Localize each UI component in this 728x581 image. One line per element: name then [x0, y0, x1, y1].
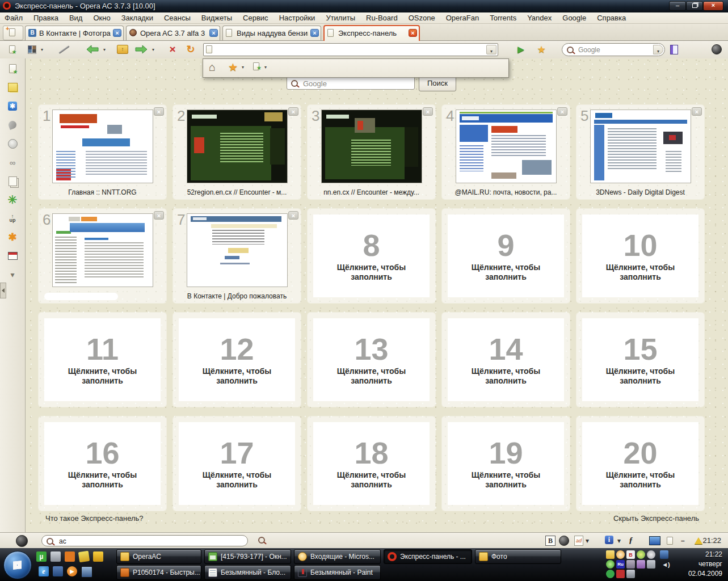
tab-operaac-forum[interactable]: Opera AC 3.7 alfa 3 :: N... × — [126, 26, 220, 40]
dial-search-input[interactable] — [302, 78, 412, 89]
menu-item-settings[interactable]: Настройки — [279, 14, 315, 22]
speed-dial-cell-2[interactable]: 2 × 52region.en.cx // Encounter - м... — [173, 105, 301, 199]
cell-close-icon[interactable]: × — [557, 107, 567, 116]
privacy-globe-button[interactable] — [710, 43, 723, 56]
taskbar-button-inbox[interactable]: Входящие - Micros... — [294, 549, 381, 564]
cell-close-icon[interactable]: × — [154, 107, 164, 116]
sidebar-widgets-icon[interactable]: ✱ — [7, 100, 18, 112]
taskbar-button-notepad[interactable]: Безымянный - Бло... — [204, 565, 291, 580]
zoom-out-button[interactable]: – — [681, 536, 685, 545]
speed-dial-cell-20[interactable]: 20 Щёлкните, чтобы заполнить — [576, 416, 704, 511]
go-button[interactable]: ▶ — [514, 43, 528, 56]
tray-app-icon[interactable] — [637, 560, 645, 569]
tray-network-icon[interactable] — [660, 550, 668, 559]
chevron-down-icon[interactable]: ▾ — [242, 65, 244, 70]
menu-item-ruboard[interactable]: Ru-Board — [366, 14, 398, 22]
tray-clock-icon[interactable] — [647, 550, 655, 559]
tray-utility-icon[interactable] — [626, 560, 635, 569]
speed-dial-cell-8[interactable]: 8 Щёлкните, чтобы заполнить — [308, 209, 435, 303]
opera-status-icon[interactable] — [16, 535, 28, 547]
sidebar-more-icon[interactable]: ▾ — [7, 269, 18, 280]
window-grid-button[interactable] — [26, 43, 37, 56]
tray-device-icon[interactable] — [647, 560, 655, 569]
address-bar[interactable]: ▾ — [203, 43, 498, 56]
tab-speed-dial[interactable]: Экспресс-панель × — [323, 25, 420, 43]
what-is-speed-dial-link[interactable]: Что такое Экспресс-панель? — [45, 514, 144, 523]
ql-media-player-icon[interactable]: ▶ — [67, 566, 77, 576]
taskbar-button-speed-dial[interactable]: Экспресс-панель - ... — [384, 549, 472, 564]
tray-phone-icon[interactable] — [606, 570, 615, 578]
speed-dial-cell-18[interactable]: 18 Щёлкните, чтобы заполнить — [308, 416, 435, 511]
ql-utorrent-icon[interactable]: µ — [36, 551, 47, 562]
taskbar-button-paint[interactable]: Безымянный - Paint — [294, 565, 381, 580]
panel-collapse-handle[interactable] — [0, 283, 6, 298]
tab-vk-photos[interactable]: B В Контакте | Фотографии × — [25, 26, 124, 40]
speed-dial-cell-11[interactable]: 11 Щёлкните, чтобы заполнить — [39, 313, 166, 407]
menu-item-widgets[interactable]: Виджеты — [201, 14, 232, 22]
speed-dial-cell-15[interactable]: 15 Щёлкните, чтобы заполнить — [576, 313, 704, 407]
find-button[interactable] — [258, 537, 265, 544]
page-info-button[interactable]: i — [605, 536, 613, 544]
speed-dial-cell-14[interactable]: 14 Щёлкните, чтобы заполнить — [442, 313, 570, 407]
sidebar-windows-icon[interactable] — [7, 175, 18, 187]
compose-button[interactable] — [56, 43, 73, 56]
sidebar-bookmarks-icon[interactable]: ★ — [7, 63, 18, 74]
ql-edit-icon[interactable] — [78, 551, 90, 562]
cell-close-icon[interactable]: × — [692, 107, 702, 116]
forward-dropdown[interactable]: ▾ — [150, 43, 157, 56]
speed-dial-cell-6[interactable]: 6 × — [39, 209, 166, 303]
tray-language-indicator[interactable]: Ru — [616, 560, 625, 569]
speed-dial-cell-17[interactable]: 17 Щёлкните, чтобы заполнить — [173, 416, 301, 511]
menu-item-google[interactable]: Google — [562, 14, 586, 22]
menu-item-torrents[interactable]: Torrents — [490, 14, 516, 22]
speed-dial-cell-10[interactable]: 10 Щёлкните, чтобы заполнить — [576, 209, 704, 303]
menu-item-yandex[interactable]: Yandex — [527, 14, 552, 22]
sidebar-upload-icon[interactable]: ↑up — [7, 213, 18, 224]
minimize-button[interactable]: – — [669, 1, 686, 11]
speed-dial-cell-7[interactable]: 7 × В Контакте | Добро пожаловать — [173, 209, 301, 303]
speed-dial-cell-4[interactable]: 4 × @MAIL.RU: почта, новости, ра... — [442, 105, 570, 199]
ql-printer-icon[interactable] — [51, 551, 61, 562]
menu-item-file[interactable]: Файл — [5, 14, 23, 22]
menu-item-view[interactable]: Вид — [69, 14, 83, 22]
page-info-dropdown[interactable]: ▾ — [617, 536, 621, 545]
ql-display-icon[interactable] — [81, 566, 92, 578]
tray-clock[interactable]: 21:22 четверг 02.04.2009 — [671, 550, 722, 579]
cell-close-icon[interactable]: × — [423, 107, 433, 116]
bookmark-star-button[interactable]: ★ — [535, 43, 548, 56]
sidebar-transfers-icon[interactable] — [7, 119, 18, 130]
speed-dial-cell-19[interactable]: 19 Щёлкните, чтобы заполнить — [442, 416, 570, 511]
ad-filter-button[interactable]: ad — [574, 536, 583, 546]
stop-button[interactable]: × — [166, 43, 179, 56]
taskbar-button-operaac[interactable]: OperaAC — [116, 549, 201, 564]
ql-lightning-icon[interactable] — [93, 551, 103, 562]
search-field[interactable]: ▾ — [562, 43, 665, 56]
menu-item-oszone[interactable]: OSzone — [409, 14, 435, 22]
tab-boost-types[interactable]: Виды наддува бензино... × — [222, 26, 321, 40]
sidebar-settings-icon[interactable]: ✱ — [7, 231, 18, 243]
speed-dial-button[interactable]: ★ — [5, 43, 19, 56]
tab-close-icon[interactable]: × — [209, 29, 218, 37]
forward-button[interactable] — [134, 43, 149, 56]
address-input[interactable] — [216, 45, 484, 55]
menu-item-help[interactable]: Справка — [597, 14, 626, 22]
quick-find-box[interactable] — [41, 535, 248, 546]
tab-close-icon[interactable]: × — [310, 29, 319, 37]
menu-item-tools[interactable]: Сервис — [243, 14, 268, 22]
speed-dial-cell-5[interactable]: 5 × 3DNews - Daily Digital Digest — [576, 105, 704, 199]
speed-dial-cell-13[interactable]: 13 Щёлкните, чтобы заполнить — [308, 313, 435, 407]
page-mode-button[interactable] — [667, 536, 673, 545]
start-button[interactable] — [3, 551, 32, 579]
taskbar-button-photo[interactable]: Фото — [475, 549, 561, 564]
hide-speed-dial-link[interactable]: Скрыть Экспресс-панель — [613, 514, 699, 523]
validate-button[interactable] — [695, 536, 702, 545]
ql-task-switcher-icon[interactable] — [53, 566, 63, 576]
speed-dial-cell-16[interactable]: 16 Щёлкните, чтобы заполнить — [39, 416, 166, 511]
tray-kaspersky-icon[interactable]: B — [626, 550, 635, 559]
cell-close-icon[interactable]: × — [288, 107, 298, 116]
sidebar-links-icon[interactable]: ∞ — [7, 157, 18, 168]
reload-button[interactable]: ↻ — [184, 43, 197, 56]
ql-internet-explorer-icon[interactable]: e — [39, 566, 49, 576]
quick-find-input[interactable] — [58, 537, 242, 546]
menu-item-edit[interactable]: Правка — [33, 14, 58, 22]
